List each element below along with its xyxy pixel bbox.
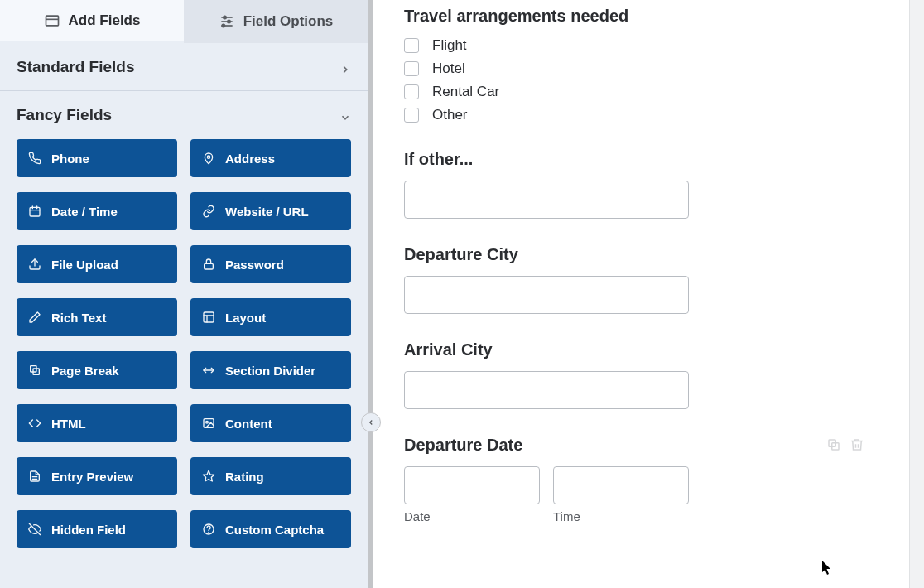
- chevron-down-icon: [339, 109, 351, 121]
- field-type-file-upload[interactable]: File Upload: [17, 245, 177, 283]
- sliders-icon: [219, 13, 235, 30]
- field-type-label: Layout: [225, 311, 266, 325]
- field-type-password[interactable]: Password: [190, 245, 351, 283]
- tab-add-fields-label: Add Fields: [69, 12, 141, 29]
- form-icon: [44, 12, 60, 29]
- svg-point-7: [222, 24, 224, 27]
- field-type-label: Phone: [51, 152, 89, 166]
- field-type-label: Hidden Field: [51, 523, 126, 537]
- field-type-page-break[interactable]: Page Break: [17, 351, 177, 389]
- builder-sidebar: Add Fields Field Options Standard Fields…: [0, 0, 373, 588]
- section-fancy-label: Fancy Fields: [17, 106, 112, 124]
- field-type-label: Section Divider: [225, 364, 315, 378]
- checkbox-label: Other: [432, 107, 468, 123]
- field-type-label: Date / Time: [51, 205, 118, 219]
- checkbox-icon[interactable]: [404, 108, 419, 123]
- field-type-label: HTML: [51, 417, 86, 431]
- field-type-html[interactable]: HTML: [17, 404, 177, 442]
- chevron-right-icon: [339, 61, 351, 73]
- checkbox-icon[interactable]: [404, 38, 419, 53]
- checkbox-label: Rental Car: [432, 84, 499, 100]
- checkbox-option[interactable]: Hotel: [404, 60, 893, 77]
- checkbox-label: Hotel: [432, 60, 465, 77]
- svg-point-6: [228, 20, 230, 22]
- field-type-rich-text[interactable]: Rich Text: [17, 298, 177, 336]
- field-type-label: Website / URL: [225, 205, 309, 219]
- svg-point-5: [224, 16, 226, 18]
- trash-icon[interactable]: [849, 437, 864, 455]
- form-preview: Travel arrangements needed FlightHotelRe…: [373, 0, 924, 588]
- svg-marker-25: [203, 470, 214, 481]
- arrival-city-input[interactable]: [404, 371, 689, 409]
- image-icon: [202, 417, 215, 430]
- tab-field-options[interactable]: Field Options: [184, 0, 368, 43]
- field-type-section-divider[interactable]: Section Divider: [190, 351, 351, 389]
- field-row-actions: [826, 437, 864, 455]
- field-type-label: Password: [225, 258, 284, 272]
- field-departure-city[interactable]: Departure City: [404, 245, 893, 314]
- upload-icon: [28, 258, 41, 271]
- checkbox-label: Flight: [432, 37, 467, 54]
- field-type-content[interactable]: Content: [190, 404, 351, 442]
- field-type-rating[interactable]: Rating: [190, 457, 351, 495]
- sidebar-collapse-toggle[interactable]: [361, 412, 381, 432]
- field-travel-arrangements[interactable]: Travel arrangements needed FlightHotelRe…: [404, 7, 893, 123]
- departure-date-input[interactable]: [404, 466, 540, 504]
- checkbox-icon[interactable]: [404, 61, 419, 76]
- lock-icon: [202, 258, 215, 271]
- checkbox-option[interactable]: Flight: [404, 37, 893, 54]
- field-label: Departure Date: [404, 436, 893, 455]
- edit-icon: [28, 311, 41, 324]
- field-type-label: File Upload: [51, 258, 118, 272]
- field-type-layout[interactable]: Layout: [190, 298, 351, 336]
- tab-add-fields[interactable]: Add Fields: [0, 0, 184, 43]
- phone-icon: [28, 152, 41, 165]
- date-sublabel: Date: [404, 509, 540, 523]
- checkbox-option[interactable]: Other: [404, 107, 893, 123]
- svg-point-22: [206, 421, 209, 423]
- svg-rect-9: [30, 207, 40, 216]
- svg-rect-15: [204, 312, 214, 322]
- field-type-entry-preview[interactable]: Entry Preview: [17, 457, 177, 495]
- time-sublabel: Time: [553, 509, 689, 523]
- svg-point-8: [207, 156, 209, 158]
- field-type-address[interactable]: Address: [190, 139, 351, 177]
- right-scrollbar-track[interactable]: [909, 0, 924, 588]
- svg-rect-0: [46, 16, 58, 26]
- divider-icon: [202, 364, 215, 377]
- field-departure-date[interactable]: Departure Date Date Time: [404, 436, 893, 523]
- departure-city-input[interactable]: [404, 276, 689, 314]
- if-other-input[interactable]: [404, 181, 689, 219]
- pin-icon: [202, 152, 215, 165]
- field-label: Departure City: [404, 245, 893, 264]
- field-type-label: Content: [225, 417, 272, 431]
- field-if-other[interactable]: If other...: [404, 150, 893, 219]
- field-type-label: Rating: [225, 470, 264, 484]
- eyeoff-icon: [28, 523, 41, 536]
- field-type-website-url[interactable]: Website / URL: [190, 192, 351, 230]
- section-standard-fields[interactable]: Standard Fields: [0, 43, 368, 91]
- shield-icon: [202, 523, 215, 536]
- calendar-icon: [28, 205, 41, 218]
- tab-field-options-label: Field Options: [243, 13, 334, 30]
- field-type-hidden-field[interactable]: Hidden Field: [17, 510, 177, 548]
- copy-icon: [28, 364, 41, 377]
- field-label: Arrival City: [404, 340, 893, 359]
- field-arrival-city[interactable]: Arrival City: [404, 340, 893, 409]
- field-type-label: Entry Preview: [51, 470, 133, 484]
- departure-time-input[interactable]: [553, 466, 689, 504]
- checkbox-option[interactable]: Rental Car: [404, 84, 893, 100]
- field-type-custom-captcha[interactable]: Custom Captcha: [190, 510, 351, 548]
- svg-rect-14: [205, 263, 214, 269]
- link-icon: [202, 205, 215, 218]
- sidebar-tabs: Add Fields Field Options: [0, 0, 368, 43]
- checkbox-icon[interactable]: [404, 84, 419, 99]
- field-type-phone[interactable]: Phone: [17, 139, 177, 177]
- field-type-label: Page Break: [51, 364, 119, 378]
- field-label: Travel arrangements needed: [404, 7, 893, 26]
- field-label: If other...: [404, 150, 893, 169]
- star-icon: [202, 470, 215, 483]
- duplicate-icon[interactable]: [826, 437, 841, 455]
- field-type-date-time[interactable]: Date / Time: [17, 192, 177, 230]
- section-fancy-fields[interactable]: Fancy Fields: [0, 91, 368, 139]
